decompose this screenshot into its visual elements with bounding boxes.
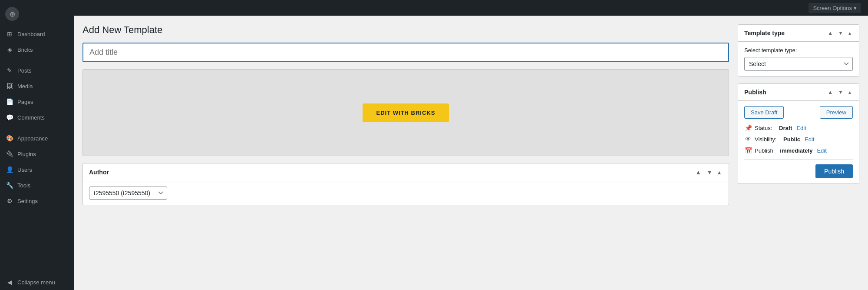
main-area: Screen Options ▾ Add New Template EDIT W… <box>74 0 868 290</box>
sidebar-item-posts[interactable]: ✎ Posts <box>0 63 74 78</box>
sidebar-item-label: Tools <box>17 182 30 189</box>
template-type-expand[interactable]: ▴ <box>847 29 853 37</box>
tools-icon: 🔧 <box>5 181 14 190</box>
collapse-menu-button[interactable]: ◀ Collapse menu <box>0 274 74 290</box>
sidebar-item-appearance[interactable]: 🎨 Appearance <box>0 130 74 146</box>
template-type-panel: Template type ▲ ▼ ▴ Select template type… <box>738 24 859 77</box>
publish-time-row: 📅 Publish immediately Edit <box>744 147 853 154</box>
visibility-icon: 👁 <box>744 135 752 143</box>
left-column: Add New Template EDIT WITH BRICKS Author… <box>83 24 729 212</box>
publish-panel-body: Save Draft Preview 📌 Status: Draft Edit <box>738 101 859 183</box>
meta-box-controls: ▲ ▼ ▴ <box>693 168 723 177</box>
visibility-value: Public <box>783 136 800 143</box>
sidebar-item-label: Plugins <box>17 151 36 157</box>
author-box-collapse-down-button[interactable]: ▼ <box>705 168 714 177</box>
sidebar-item-label: Settings <box>17 198 38 204</box>
status-icon: 📌 <box>744 124 752 132</box>
template-type-panel-header: Template type ▲ ▼ ▴ <box>738 25 859 42</box>
publish-collapse-down[interactable]: ▼ <box>836 88 845 96</box>
template-type-label: Select template type: <box>744 47 853 53</box>
screen-options-arrow-icon: ▾ <box>854 5 857 11</box>
pages-icon: 📄 <box>5 97 14 106</box>
publish-collapse-up[interactable]: ▲ <box>826 88 835 96</box>
settings-icon: ⚙ <box>5 197 14 205</box>
sidebar-item-settings[interactable]: ⚙ Settings <box>0 193 74 209</box>
sidebar-item-bricks[interactable]: ◈ Bricks <box>0 42 74 57</box>
sidebar-item-label: Appearance <box>17 135 48 142</box>
bricks-icon: ◈ <box>5 45 14 54</box>
content-wrapper: Add New Template EDIT WITH BRICKS Author… <box>74 16 868 290</box>
sidebar-item-plugins[interactable]: 🔌 Plugins <box>0 146 74 162</box>
right-column: Template type ▲ ▼ ▴ Select template type… <box>738 24 859 184</box>
template-type-controls: ▲ ▼ ▴ <box>826 29 853 37</box>
wordpress-icon: ⊛ <box>5 7 19 21</box>
sidebar-item-label: Posts <box>17 67 32 74</box>
dashboard-icon: ⊞ <box>5 30 14 38</box>
save-draft-button[interactable]: Save Draft <box>744 106 784 119</box>
page-title: Add New Template <box>83 24 729 36</box>
publish-button[interactable]: Publish <box>815 164 853 178</box>
author-select[interactable]: t2595550 (t2595550) <box>89 187 167 200</box>
sidebar-item-tools[interactable]: 🔧 Tools <box>0 177 74 193</box>
visibility-label: Visibility: <box>755 136 776 143</box>
publish-expand[interactable]: ▴ <box>847 88 853 96</box>
visibility-row: 👁 Visibility: Public Edit <box>744 135 853 143</box>
status-label: Status: <box>755 125 772 131</box>
screen-options-button[interactable]: Screen Options ▾ <box>809 3 861 13</box>
template-type-select[interactable]: Select Header Footer Single Archive Sear… <box>744 57 853 71</box>
sidebar: ⊛ ⊞ Dashboard ◈ Bricks ✎ Posts 🖼 Media 📄… <box>0 0 74 290</box>
posts-icon: ✎ <box>5 66 14 75</box>
sidebar-item-label: Media <box>17 83 33 90</box>
status-row: 📌 Status: Draft Edit <box>744 124 853 132</box>
publish-action-buttons: Save Draft Preview <box>744 106 853 119</box>
screen-options-label: Screen Options <box>813 5 852 11</box>
publish-time-label: Publish <box>755 147 773 154</box>
publish-panel-controls: ▲ ▼ ▴ <box>826 88 853 96</box>
collapse-menu-label: Collapse menu <box>17 279 55 286</box>
plugins-icon: 🔌 <box>5 150 14 158</box>
sidebar-logo: ⊛ <box>0 3 74 26</box>
template-type-collapse-down[interactable]: ▼ <box>836 29 845 37</box>
sidebar-item-label: Dashboard <box>17 31 45 37</box>
sidebar-item-users[interactable]: 👤 Users <box>0 162 74 177</box>
edit-with-bricks-button[interactable]: EDIT WITH BRICKS <box>363 103 449 122</box>
publish-panel: Publish ▲ ▼ ▴ Save Draft Preview <box>738 83 859 184</box>
publish-button-row: Publish <box>744 160 853 178</box>
author-meta-box-header: Author ▲ ▼ ▴ <box>83 163 729 181</box>
author-box-expand-button[interactable]: ▴ <box>716 168 723 177</box>
appearance-icon: 🎨 <box>5 134 14 143</box>
author-box-collapse-up-button[interactable]: ▲ <box>693 168 703 177</box>
collapse-icon: ◀ <box>5 278 14 287</box>
editor-area: EDIT WITH BRICKS <box>83 69 729 156</box>
sidebar-item-comments[interactable]: 💬 Comments <box>0 110 74 125</box>
topbar: Screen Options ▾ <box>74 0 868 16</box>
users-icon: 👤 <box>5 165 14 174</box>
publish-panel-title: Publish <box>744 89 766 96</box>
sidebar-item-label: Pages <box>17 99 33 105</box>
sidebar-item-label: Comments <box>17 114 45 121</box>
visibility-edit-link[interactable]: Edit <box>805 136 814 143</box>
author-meta-box: Author ▲ ▼ ▴ t2595550 (t2595550) <box>83 163 729 205</box>
calendar-icon: 📅 <box>744 147 752 154</box>
sidebar-item-pages[interactable]: 📄 Pages <box>0 94 74 110</box>
author-meta-box-title: Author <box>89 169 109 176</box>
template-type-panel-body: Select template type: Select Header Foot… <box>738 42 859 76</box>
comments-icon: 💬 <box>5 113 14 122</box>
media-icon: 🖼 <box>5 82 14 90</box>
status-value: Draft <box>779 125 792 131</box>
sidebar-item-label: Users <box>17 167 32 173</box>
publish-time-value: immediately <box>780 147 812 154</box>
publish-time-edit-link[interactable]: Edit <box>817 147 826 154</box>
sidebar-item-dashboard[interactable]: ⊞ Dashboard <box>0 26 74 42</box>
title-input[interactable] <box>83 43 729 62</box>
template-type-title: Template type <box>744 30 785 37</box>
status-edit-link[interactable]: Edit <box>796 125 806 131</box>
sidebar-item-media[interactable]: 🖼 Media <box>0 78 74 94</box>
author-meta-box-body: t2595550 (t2595550) <box>83 181 729 205</box>
preview-button[interactable]: Preview <box>820 106 853 119</box>
publish-panel-header: Publish ▲ ▼ ▴ <box>738 84 859 101</box>
sidebar-item-label: Bricks <box>17 47 33 53</box>
template-type-collapse-up[interactable]: ▲ <box>826 29 835 37</box>
